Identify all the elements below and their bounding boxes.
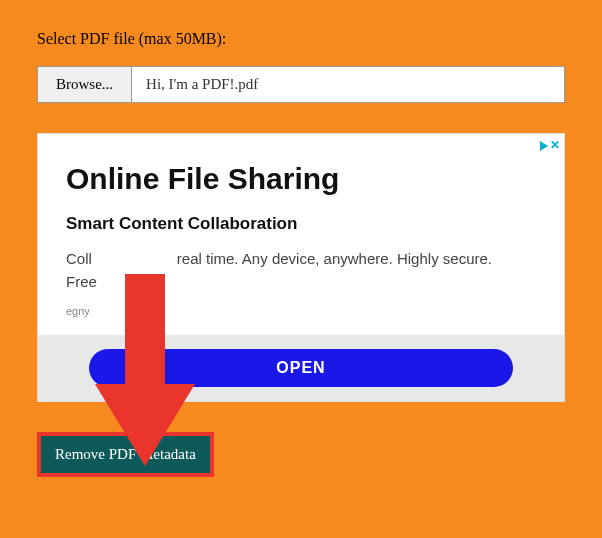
action-button-highlight: Remove PDF Metadata	[37, 432, 214, 477]
ad-controls: ✕	[540, 138, 560, 153]
adchoices-icon[interactable]	[540, 141, 548, 151]
ad-headline: Online File Sharing	[66, 162, 536, 196]
ad-open-button[interactable]: OPEN	[89, 349, 512, 387]
browse-button[interactable]: Browse...	[38, 67, 132, 102]
ad-body-frag2: Free	[66, 273, 97, 290]
ad-source: egny	[66, 305, 536, 317]
file-input-row: Browse... Hi, I'm a PDF!.pdf	[37, 66, 565, 103]
ad-banner: ✕ Online File Sharing Smart Content Coll…	[37, 133, 565, 402]
ad-content[interactable]: Online File Sharing Smart Content Collab…	[38, 134, 564, 335]
ad-close-button[interactable]: ✕	[550, 138, 560, 153]
ad-body-frag1: Coll	[66, 250, 92, 267]
ad-body-frag1b: real time. Any device, anywhere. Highly …	[177, 250, 492, 267]
ad-cta-bar: OPEN	[38, 335, 564, 401]
upload-form-panel: Select PDF file (max 50MB): Browse... Hi…	[0, 0, 602, 538]
file-input-label: Select PDF file (max 50MB):	[37, 30, 565, 48]
selected-filename: Hi, I'm a PDF!.pdf	[132, 67, 564, 102]
ad-body-text: Collreal time. Any device, anywhere. Hig…	[66, 248, 536, 293]
ad-subhead: Smart Content Collaboration	[66, 214, 536, 234]
remove-metadata-button[interactable]: Remove PDF Metadata	[41, 436, 210, 473]
